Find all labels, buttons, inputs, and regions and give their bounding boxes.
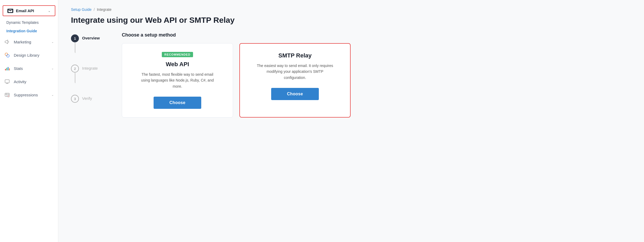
sidebar-item-design-library[interactable]: Design Library xyxy=(0,49,58,61)
design-library-label: Design Library xyxy=(14,53,39,57)
smtp-relay-choose-button[interactable]: Choose xyxy=(271,88,319,100)
sidebar-item-stats[interactable]: Stats ⌄ xyxy=(0,62,58,74)
recommended-badge: RECOMMENDED xyxy=(162,52,193,57)
design-library-icon xyxy=(4,52,10,58)
marketing-chevron-icon: ⌄ xyxy=(51,40,54,44)
email-api-icon xyxy=(7,9,13,13)
svg-point-1 xyxy=(5,53,8,56)
marketing-label: Marketing xyxy=(14,40,31,44)
sidebar: Email API ⌄ Dynamic Templates Integratio… xyxy=(0,0,58,242)
smtp-relay-description: The easiest way to send email. It only r… xyxy=(255,63,335,80)
suppressions-icon xyxy=(4,92,10,98)
web-api-choose-button[interactable]: Choose xyxy=(154,97,202,109)
svg-rect-3 xyxy=(5,69,6,70)
marketing-icon xyxy=(4,39,10,45)
smtp-relay-title: SMTP Relay xyxy=(278,52,312,59)
breadcrumb: Setup Guide / Integrate xyxy=(71,7,631,12)
sidebar-item-activity[interactable]: Activity xyxy=(0,75,58,88)
step-1-label: Overview xyxy=(82,34,100,40)
sidebar-item-dynamic-templates[interactable]: Dynamic Templates xyxy=(0,18,58,27)
breadcrumb-current: Integrate xyxy=(97,7,111,12)
step-1-circle: 1 xyxy=(71,34,79,42)
breadcrumb-separator: / xyxy=(94,7,95,12)
svg-rect-7 xyxy=(5,80,9,83)
step-3-label: Verify xyxy=(82,95,92,101)
email-api-chevron-icon: ⌄ xyxy=(48,9,51,13)
activity-label: Activity xyxy=(14,79,26,84)
web-api-description: The fastest, most flexible way to send e… xyxy=(138,71,217,89)
cards-area: Choose a setup method RECOMMENDED Web AP… xyxy=(122,32,631,118)
sidebar-email-api[interactable]: Email API ⌄ xyxy=(3,5,55,16)
suppressions-label: Suppressions xyxy=(14,93,38,97)
sidebar-item-marketing[interactable]: Marketing ⌄ xyxy=(0,36,58,48)
content-area: 1 Overview 2 Integrate 3 Verify xyxy=(71,32,631,118)
suppressions-chevron-icon: ⌄ xyxy=(51,93,54,97)
step-3-circle: 3 xyxy=(71,95,79,103)
step-overview: 1 Overview xyxy=(71,34,113,42)
email-api-label: Email API xyxy=(16,8,34,13)
svg-rect-4 xyxy=(6,68,7,70)
stats-icon xyxy=(4,65,10,71)
main-content: Setup Guide / Integrate Integrate using … xyxy=(58,0,644,242)
sidebar-item-integration-guide[interactable]: Integration Guide xyxy=(0,27,58,35)
svg-rect-6 xyxy=(9,68,10,70)
step-verify: 3 Verify xyxy=(71,95,113,103)
web-api-card: RECOMMENDED Web API The fastest, most fl… xyxy=(122,43,233,118)
activity-icon xyxy=(4,79,10,84)
page-title: Integrate using our Web API or SMTP Rela… xyxy=(71,15,631,25)
stats-label: Stats xyxy=(14,66,23,71)
svg-point-2 xyxy=(7,55,9,57)
web-api-title: Web API xyxy=(166,61,189,68)
choose-method-title: Choose a setup method xyxy=(122,32,631,38)
steps-panel: 1 Overview 2 Integrate 3 Verify xyxy=(71,32,113,118)
stats-chevron-icon: ⌄ xyxy=(51,67,54,70)
step-2-circle: 2 xyxy=(71,65,79,73)
step-2-label: Integrate xyxy=(82,65,98,70)
svg-rect-5 xyxy=(8,67,8,70)
step-integrate: 2 Integrate xyxy=(71,65,113,73)
sidebar-item-suppressions[interactable]: Suppressions ⌄ xyxy=(0,89,58,101)
breadcrumb-link[interactable]: Setup Guide xyxy=(71,7,92,12)
smtp-relay-card: SMTP Relay The easiest way to send email… xyxy=(239,43,351,118)
cards-container: RECOMMENDED Web API The fastest, most fl… xyxy=(122,43,631,118)
